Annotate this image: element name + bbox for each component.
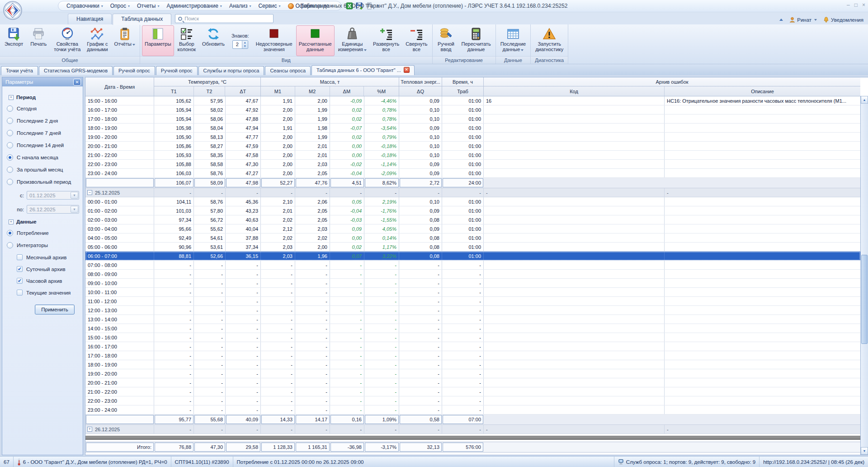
scroll-up-icon[interactable]: ▲: [861, 96, 868, 104]
scroll-thumb[interactable]: [861, 255, 868, 344]
maximize-button[interactable]: □: [854, 2, 858, 8]
doc-tab[interactable]: Службы и порты опроса: [198, 66, 264, 75]
doc-tab[interactable]: Ручной опрос: [156, 66, 198, 75]
apply-button[interactable]: Применить: [35, 305, 75, 315]
table-row[interactable]: 09:00 - 10:00---------: [85, 279, 860, 288]
table-row[interactable]: 19:00 - 20:00---------: [85, 369, 860, 378]
col-header-ΔQ[interactable]: ΔQ: [399, 86, 442, 96]
scroll-down-icon[interactable]: ▼: [861, 447, 868, 455]
table-row[interactable]: 23:00 - 24:00106,0358,7647,272,002,05-0,…: [85, 169, 860, 178]
table-row[interactable]: 15:00 - 16:00---------: [85, 333, 860, 342]
table-row[interactable]: 03:00 - 04:0095,6655,6240,042,122,030,09…: [85, 224, 860, 234]
panel-section-Период[interactable]: +Период: [9, 95, 79, 100]
panel-section-Данные[interactable]: +Данные: [9, 219, 79, 224]
table-row[interactable]: 07:00 - 08:00---------: [85, 261, 860, 270]
table-row[interactable]: 08:00 - 09:00---------: [85, 270, 860, 279]
table-row[interactable]: 04:00 - 05:0092,4954,6137,882,022,020,00…: [85, 234, 860, 243]
notifications-button[interactable]: Уведомления: [823, 17, 863, 23]
save-icon[interactable]: [356, 2, 363, 10]
table-row[interactable]: 20:00 - 21:00---------: [85, 378, 860, 387]
ribbon-button-Печать[interactable]: Печать: [27, 25, 50, 56]
close-button[interactable]: ×: [862, 2, 865, 8]
table-row[interactable]: 13:00 - 14:00---------: [85, 315, 860, 324]
menu-отчеты[interactable]: Отчеты▾: [133, 2, 163, 10]
ribbon-button-Экспорт[interactable]: Экспорт: [2, 25, 26, 56]
expand-icon[interactable]: +: [87, 427, 92, 432]
radio-За прошлый месяц[interactable]: За прошлый месяц: [7, 167, 79, 173]
group-row-26.12.2025[interactable]: +26.12.2025-----------: [85, 425, 860, 434]
menu-сервис[interactable]: Сервис▾: [255, 2, 284, 10]
table-row[interactable]: 14:00 - 15:00---------: [85, 324, 860, 333]
doc-tab[interactable]: Сеансы опроса: [265, 66, 311, 75]
col-header-Код[interactable]: Код: [484, 86, 665, 96]
table-row[interactable]: 19:00 - 20:00105,9058,1347,772,001,990,0…: [85, 133, 860, 142]
excel-export-icon[interactable]: [346, 2, 353, 10]
ribbon-button-Недостоверные-значения[interactable]: Недостоверныезначения: [253, 25, 295, 56]
radio-Последние 2 дня[interactable]: Последние 2 дня: [7, 118, 79, 124]
ribbon-button-Выбор-колонок[interactable]: Выборколонок: [175, 25, 198, 56]
ribbon-button-Запустить-диагностику[interactable]: Запуститьдиагностику: [533, 25, 566, 56]
radio-Последние 7 дней[interactable]: Последние 7 дней: [7, 130, 79, 136]
table-row[interactable]: 00:00 - 01:00104,1158,7645,362,102,060,0…: [85, 197, 860, 206]
ribbon-button-Обновить[interactable]: Обновить: [199, 25, 227, 56]
table-row[interactable]: 17:00 - 18:00105,9458,0647,882,001,990,0…: [85, 114, 860, 124]
table-row[interactable]: 05:00 - 06:0090,9653,6137,342,032,000,02…: [85, 243, 860, 252]
checkbox-Текущие значения[interactable]: Текущие значения: [17, 290, 79, 295]
col-header-%М[interactable]: %М: [364, 86, 399, 96]
table-row[interactable]: 02:00 - 03:0097,3456,7240,632,022,05-0,0…: [85, 215, 860, 224]
user-menu[interactable]: Ринат: [789, 17, 817, 23]
doc-tab[interactable]: Таблица данных 6 - ООО "Гарант" ...✕: [311, 65, 415, 75]
table-row[interactable]: 22:00 - 23:00---------: [85, 396, 860, 405]
checkbox-Часовой архив[interactable]: ✔Часовой архив: [17, 278, 79, 284]
table-row[interactable]: 01:00 - 02:00101,0357,8043,232,012,05-0,…: [85, 206, 860, 215]
col-header-ΔМ[interactable]: ΔМ: [330, 86, 364, 96]
menu-опрос[interactable]: Опрос▾: [107, 2, 133, 10]
qat-overflow-icon[interactable]: ▾: [377, 4, 379, 8]
checkbox-Суточный архив[interactable]: ✔Суточный архив: [17, 266, 79, 272]
ribbon-button-Рассчитанные-данные[interactable]: Рассчитанныеданные: [296, 25, 335, 56]
doc-tab[interactable]: Статистика GPRS-модемов: [39, 66, 113, 75]
table-row[interactable]: 22:00 - 23:00105,8858,5847,302,002,03-0,…: [85, 160, 860, 169]
vertical-scrollbar[interactable]: ▲ ▼: [860, 96, 868, 455]
radio-Произвольный период[interactable]: Произвольный период: [7, 179, 79, 185]
date-input[interactable]: 26.12.2025▼: [27, 205, 79, 214]
radio-Сегодня[interactable]: Сегодня: [7, 105, 79, 112]
radio-Потребление[interactable]: Потребление: [7, 230, 79, 236]
col-header-М1[interactable]: М1: [261, 86, 295, 96]
spin-up-icon[interactable]: ▲: [242, 41, 248, 45]
ribbon-button-Свернуть-все[interactable]: Свернутьвсе: [403, 25, 430, 56]
ribbon-button-Последние-данные[interactable]: Последниеданные: [498, 25, 529, 56]
table-row[interactable]: 18:00 - 19:00---------: [85, 360, 860, 369]
ribbon-button-Пересчитать-данные[interactable]: Пересчитатьданные: [459, 25, 494, 56]
menu-анализ[interactable]: Анализ▾: [226, 2, 255, 10]
doc-tab[interactable]: Ручной опрос: [113, 66, 155, 75]
col-header-date[interactable]: Дата - Время: [85, 77, 154, 96]
table-row[interactable]: 17:00 - 18:00---------: [85, 351, 860, 360]
ribbon-button-График с-данными[interactable]: График сданными: [84, 25, 110, 56]
radio-Интеграторы[interactable]: Интеграторы: [7, 242, 79, 248]
table-row[interactable]: 20:00 - 21:00105,8658,2747,592,002,010,0…: [85, 142, 860, 151]
table-row[interactable]: 21:00 - 22:00---------: [85, 387, 860, 396]
collapse-ribbon-icon[interactable]: [779, 19, 783, 21]
table-row[interactable]: 15:00 - 16:00105,6257,9547,671,912,00-0,…: [85, 96, 860, 105]
menu-оформление[interactable]: Оформление▾: [284, 2, 337, 10]
menu-справочники[interactable]: Справочники▾: [63, 2, 107, 10]
app-logo-icon[interactable]: [3, 1, 22, 20]
minimize-button[interactable]: –: [847, 2, 850, 8]
menu-администрирование[interactable]: Администрирование▾: [163, 2, 225, 10]
digits-value[interactable]: 2: [233, 42, 242, 47]
col-header-Т1[interactable]: Т1: [154, 86, 194, 96]
col-header-Т2[interactable]: Т2: [194, 86, 226, 96]
col-header-Траб[interactable]: Траб: [442, 86, 483, 96]
table-row[interactable]: 18:00 - 19:00105,9858,0447,941,911,98-0,…: [85, 124, 860, 133]
doc-tab[interactable]: Точки учёта: [1, 66, 38, 75]
table-row[interactable]: 21:00 - 22:00105,9358,3547,582,002,010,0…: [85, 151, 860, 160]
collapse-icon[interactable]: −: [87, 190, 92, 195]
table-row[interactable]: 23:00 - 24:00---------: [85, 405, 860, 415]
table-row[interactable]: 12:00 - 13:00---------: [85, 306, 860, 315]
spin-down-icon[interactable]: ▼: [242, 44, 248, 48]
col-header-ΔТ[interactable]: ΔТ: [225, 86, 260, 96]
ribbon-button-Отчёты[interactable]: Отчёты: [112, 25, 138, 56]
digits-spinner[interactable]: Знаков:2▲▼: [228, 25, 253, 56]
table-row[interactable]: 10:00 - 11:00---------: [85, 288, 860, 297]
